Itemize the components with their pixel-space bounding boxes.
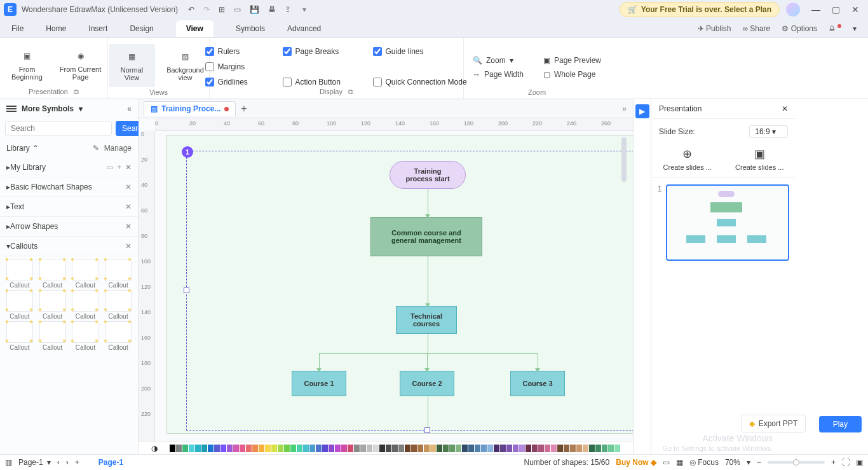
color-swatch[interactable] bbox=[290, 445, 296, 452]
publish-link[interactable]: ✈ Publish bbox=[698, 24, 731, 33]
close-panel-icon[interactable]: ✕ bbox=[782, 104, 788, 113]
color-swatch[interactable] bbox=[329, 445, 334, 452]
color-swatch[interactable] bbox=[608, 445, 614, 452]
edit-icon[interactable]: ✎ bbox=[93, 144, 99, 153]
color-swatch[interactable] bbox=[430, 445, 436, 452]
color-swatch[interactable] bbox=[456, 445, 461, 452]
resize-handle[interactable] bbox=[424, 427, 430, 433]
menu-design[interactable]: Design bbox=[130, 24, 153, 33]
shape-item[interactable]: Callout bbox=[4, 259, 36, 289]
zoom-out-icon[interactable]: − bbox=[757, 458, 761, 467]
color-swatch[interactable] bbox=[233, 445, 239, 452]
print-icon[interactable]: 🖶 bbox=[268, 5, 276, 14]
fullscreen-icon[interactable]: ▣ bbox=[856, 458, 863, 467]
status-icon[interactable]: ▦ bbox=[676, 458, 683, 467]
color-swatch[interactable] bbox=[348, 445, 353, 452]
color-swatch[interactable] bbox=[595, 445, 601, 452]
library-label[interactable]: Library bbox=[6, 144, 30, 153]
scrollbar[interactable] bbox=[621, 137, 627, 182]
color-swatch[interactable] bbox=[316, 445, 322, 452]
color-swatch[interactable] bbox=[570, 445, 576, 452]
shape-item[interactable]: Callout bbox=[102, 321, 134, 351]
chk-page-breaks[interactable]: Page Breaks bbox=[283, 47, 365, 56]
slide-thumbnail[interactable] bbox=[666, 184, 789, 261]
prev-page-icon[interactable]: ‹ bbox=[57, 458, 60, 467]
color-swatch[interactable] bbox=[487, 445, 493, 452]
color-swatch[interactable] bbox=[576, 445, 582, 452]
undo-icon[interactable]: ↶ bbox=[188, 5, 194, 14]
chk-action-button[interactable]: Action Button bbox=[283, 78, 365, 86]
canvas-page[interactable]: 1 Training process start Common course a… bbox=[166, 135, 633, 434]
next-page-icon[interactable]: › bbox=[66, 458, 69, 467]
more-symbols-title[interactable]: More Symbols bbox=[22, 104, 74, 113]
color-swatch[interactable] bbox=[309, 445, 315, 452]
fit-icon[interactable]: ⛶ bbox=[842, 458, 850, 467]
shape-item[interactable]: Callout bbox=[70, 259, 102, 289]
page-width-button[interactable]: ↔Page Width bbox=[473, 70, 531, 79]
color-swatch[interactable] bbox=[506, 445, 512, 452]
color-swatch[interactable] bbox=[208, 445, 214, 452]
color-swatch[interactable] bbox=[220, 445, 226, 452]
color-swatch[interactable] bbox=[551, 445, 557, 452]
color-swatch[interactable] bbox=[163, 445, 169, 452]
eyedropper-icon[interactable]: ◑ bbox=[151, 444, 158, 453]
node-start[interactable]: Training process start bbox=[390, 161, 466, 189]
color-swatch[interactable] bbox=[240, 445, 245, 452]
qa-more-icon[interactable]: ▾ bbox=[302, 5, 306, 14]
document-tab[interactable]: ▤ Training Proce... bbox=[144, 101, 236, 116]
color-swatch[interactable] bbox=[468, 445, 474, 452]
shape-item[interactable]: Callout bbox=[37, 290, 69, 320]
chk-rulers[interactable]: Rulers bbox=[205, 47, 275, 56]
color-swatch[interactable] bbox=[449, 445, 455, 452]
color-swatch[interactable] bbox=[532, 445, 538, 452]
shape-item[interactable]: Callout bbox=[70, 290, 102, 320]
page-tab[interactable]: Page-1 bbox=[98, 458, 123, 467]
color-swatch[interactable] bbox=[437, 445, 442, 452]
color-swatch[interactable] bbox=[443, 445, 449, 452]
section-basic-flowchart[interactable]: ▸ Basic Flowchart Shapes✕ bbox=[0, 177, 138, 197]
menu-symbols[interactable]: Symbols bbox=[236, 24, 265, 33]
color-swatch[interactable] bbox=[182, 445, 188, 452]
menu-home[interactable]: Home bbox=[46, 24, 66, 33]
shape-item[interactable]: Callout bbox=[70, 321, 102, 351]
color-swatch[interactable] bbox=[424, 445, 430, 452]
popout-icon[interactable]: ⧉ bbox=[348, 88, 353, 95]
ribbon-collapse-icon[interactable]: ▾ bbox=[853, 24, 857, 33]
focus-button[interactable]: ◎ Focus bbox=[689, 458, 719, 467]
section-callouts[interactable]: ▾ Callouts✕ bbox=[0, 237, 138, 256]
section-my-library[interactable]: ▸ My Library ▭+✕ bbox=[0, 158, 138, 177]
color-swatch[interactable] bbox=[360, 445, 366, 452]
search-input[interactable] bbox=[5, 121, 112, 136]
node-course-3[interactable]: Course 3 bbox=[510, 371, 565, 396]
minimize-icon[interactable]: — bbox=[811, 4, 820, 15]
save-icon[interactable]: 💾 bbox=[250, 5, 259, 14]
menu-file[interactable]: File bbox=[11, 24, 24, 33]
color-swatch[interactable] bbox=[583, 445, 588, 452]
color-swatch[interactable] bbox=[462, 445, 468, 452]
close-section-icon[interactable]: ✕ bbox=[125, 183, 132, 191]
color-swatch[interactable] bbox=[526, 445, 531, 452]
color-swatch[interactable] bbox=[417, 445, 423, 452]
color-swatch[interactable] bbox=[214, 445, 220, 452]
color-swatch[interactable] bbox=[278, 445, 283, 452]
color-swatch[interactable] bbox=[195, 445, 201, 452]
color-swatch[interactable] bbox=[246, 445, 252, 452]
color-swatch[interactable] bbox=[557, 445, 563, 452]
color-swatch[interactable] bbox=[176, 445, 182, 452]
menu-insert[interactable]: Insert bbox=[88, 24, 107, 33]
create-slides-by-hand[interactable]: ⊕ Create slides ... bbox=[663, 147, 712, 171]
manage-link[interactable]: Manage bbox=[104, 144, 132, 153]
color-swatch[interactable] bbox=[500, 445, 506, 452]
color-swatch[interactable] bbox=[335, 445, 341, 452]
play-button[interactable]: Play bbox=[819, 416, 862, 432]
color-swatch[interactable] bbox=[405, 445, 410, 452]
add-tab-button[interactable]: + bbox=[241, 103, 247, 114]
color-swatch[interactable] bbox=[189, 445, 194, 452]
color-swatch[interactable] bbox=[201, 445, 207, 452]
color-swatch[interactable] bbox=[538, 445, 544, 452]
color-swatch[interactable] bbox=[284, 445, 290, 452]
menu-view[interactable]: View bbox=[176, 20, 214, 37]
color-swatch[interactable] bbox=[297, 445, 302, 452]
maximize-icon[interactable]: ▢ bbox=[832, 4, 840, 15]
collapse-left-icon[interactable]: « bbox=[127, 104, 132, 113]
